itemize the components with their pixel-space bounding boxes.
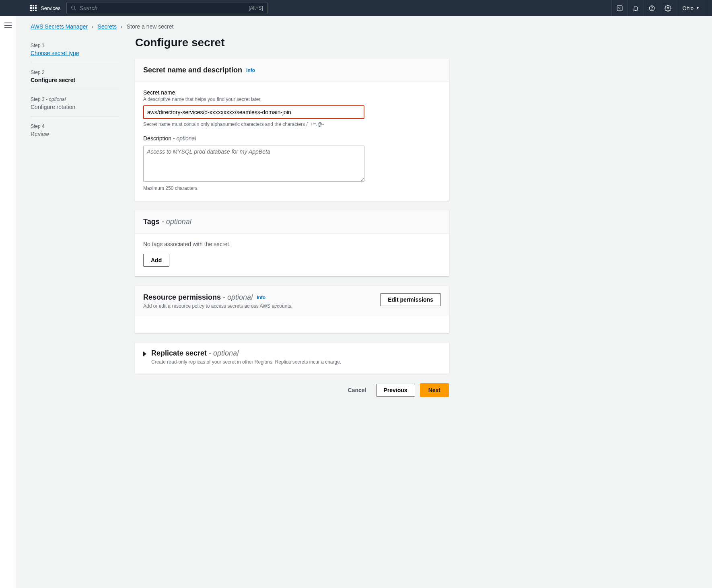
- step-name: Configure rotation: [31, 104, 119, 110]
- expand-caret-icon[interactable]: [143, 352, 146, 356]
- services-label[interactable]: Services: [41, 5, 61, 11]
- wizard-nav: Step 1 Choose secret type Step 2 Configu…: [31, 36, 119, 144]
- resource-hint: Add or edit a resource policy to access …: [143, 303, 292, 309]
- notifications-icon[interactable]: [628, 0, 644, 16]
- secret-name-constraint: Secret name must contain only alphanumer…: [143, 121, 441, 127]
- hamburger-icon[interactable]: [4, 23, 12, 588]
- breadcrumb-current: Store a new secret: [127, 23, 174, 30]
- cloudshell-icon[interactable]: [611, 0, 628, 16]
- step-name: Review: [31, 131, 119, 137]
- panel-title: Resource permissions - optional: [143, 293, 253, 302]
- top-nav: Services Search [Alt+S] Ohio ▼: [0, 0, 712, 16]
- search-icon: [71, 5, 76, 11]
- step-label: Step 4: [31, 123, 119, 129]
- panel-replicate-secret: Replicate secret - optional Create read-…: [135, 343, 449, 374]
- region-label: Ohio: [683, 5, 693, 11]
- wizard-step-4: Step 4 Review: [31, 117, 119, 144]
- services-menu-icon[interactable]: [30, 5, 37, 11]
- search-shortcut: [Alt+S]: [249, 5, 263, 11]
- breadcrumb-root[interactable]: AWS Secrets Manager: [31, 23, 88, 30]
- page-title: Configure secret: [135, 36, 449, 49]
- step-label: Step 1: [31, 43, 119, 48]
- chevron-right-icon: ›: [92, 23, 94, 30]
- secret-name-input[interactable]: [143, 105, 364, 119]
- edit-permissions-button[interactable]: Edit permissions: [380, 293, 441, 306]
- replicate-hint: Create read-only replicas of your secret…: [151, 359, 341, 365]
- secret-name-label: Secret name: [143, 89, 441, 96]
- add-tag-button[interactable]: Add: [143, 254, 169, 267]
- step-name: Configure secret: [31, 77, 119, 83]
- panel-title: Tags - optional: [143, 218, 191, 226]
- help-icon[interactable]: [644, 0, 660, 16]
- replicate-title: Replicate secret - optional: [151, 349, 341, 358]
- breadcrumb-secrets[interactable]: Secrets: [98, 23, 117, 30]
- panel-resource-permissions: Resource permissions - optional Info Add…: [135, 286, 449, 333]
- cancel-button[interactable]: Cancel: [343, 384, 371, 397]
- description-label: Description - optional: [143, 135, 441, 142]
- secret-name-hint: A descriptive name that helps you find y…: [143, 97, 441, 102]
- wizard-step-3: Step 3 - optional Configure rotation: [31, 90, 119, 117]
- step-name[interactable]: Choose secret type: [31, 50, 119, 56]
- search-input[interactable]: Search [Alt+S]: [66, 2, 268, 14]
- chevron-down-icon: ▼: [696, 6, 700, 10]
- svg-point-5: [652, 9, 652, 10]
- svg-point-6: [667, 7, 669, 9]
- search-placeholder: Search: [80, 5, 97, 11]
- description-textarea[interactable]: [143, 146, 364, 182]
- info-link[interactable]: Info: [257, 295, 265, 300]
- chevron-right-icon: ›: [121, 23, 123, 30]
- next-button[interactable]: Next: [420, 383, 449, 397]
- svg-point-0: [72, 6, 75, 9]
- side-drawer-rail: [0, 16, 16, 588]
- wizard-step-2: Step 2 Configure secret: [31, 63, 119, 90]
- wizard-step-1[interactable]: Step 1 Choose secret type: [31, 36, 119, 63]
- description-constraint: Maximum 250 characters.: [143, 185, 441, 191]
- previous-button[interactable]: Previous: [376, 384, 415, 397]
- panel-tags: Tags - optional No tags associated with …: [135, 210, 449, 276]
- svg-line-1: [74, 9, 76, 10]
- step-label: Step 3 - optional: [31, 97, 119, 102]
- region-selector[interactable]: Ohio ▼: [676, 0, 706, 16]
- panel-name-description: Secret name and description Info Secret …: [135, 59, 449, 201]
- footer-actions: Cancel Previous Next: [135, 383, 449, 397]
- info-link[interactable]: Info: [246, 68, 255, 73]
- no-tags-text: No tags associated with the secret.: [143, 241, 441, 247]
- breadcrumb: AWS Secrets Manager › Secrets › Store a …: [31, 23, 692, 30]
- panel-title: Secret name and description: [143, 66, 242, 74]
- settings-icon[interactable]: [660, 0, 676, 16]
- step-label: Step 2: [31, 70, 119, 75]
